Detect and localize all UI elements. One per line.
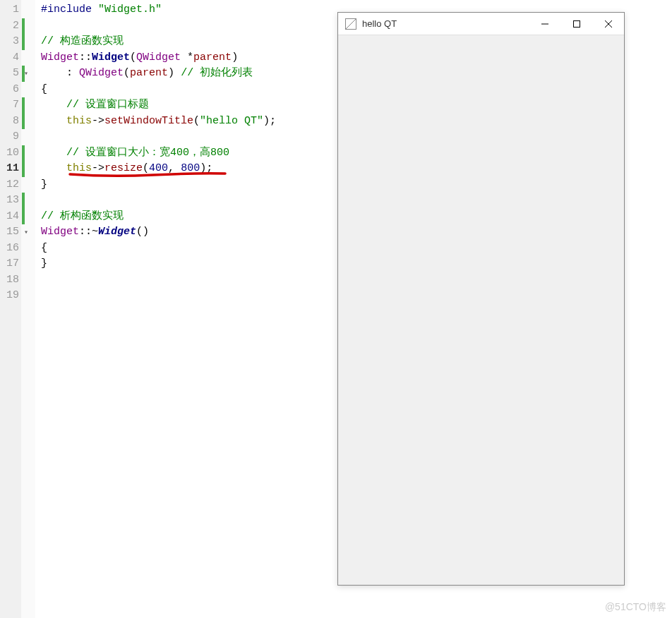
line-number: 3 [0, 34, 19, 50]
change-marker [22, 193, 25, 224]
line-number: 18 [0, 272, 19, 289]
code-line: #include "Widget.h" [41, 2, 328, 18]
code-line: // 设置窗口大小：宽400，高800 [41, 145, 328, 162]
app-window: hello QT [337, 12, 625, 586]
code-line [41, 288, 328, 304]
line-number: 15 [0, 224, 19, 241]
line-number: 6 [0, 82, 19, 98]
line-number: 11 [0, 161, 19, 177]
code-line: this->resize(400, 800); [41, 161, 328, 177]
change-marker [22, 145, 25, 177]
window-title: hello QT [362, 18, 529, 29]
code-line: Widget::Widget(QWidget *parent) [41, 50, 328, 66]
line-number: 8 [0, 114, 19, 130]
code-area[interactable]: #include "Widget.h" // 构造函数实现 Widget::Wi… [35, 0, 328, 618]
code-line: Widget::~Widget() [41, 224, 328, 241]
code-editor[interactable]: 12345678910111213141516171819 ▾▾ #includ… [0, 0, 328, 618]
code-line: { [41, 82, 328, 98]
maximize-button[interactable] [560, 13, 592, 35]
code-line [41, 18, 328, 35]
watermark: @51CTO博客 [605, 601, 666, 614]
line-number: 13 [0, 193, 19, 209]
code-line: : QWidget(parent) // 初始化列表 [41, 66, 328, 82]
window-controls [529, 13, 624, 35]
minimize-button[interactable] [529, 13, 560, 35]
close-button[interactable] [592, 13, 624, 35]
code-line [41, 272, 328, 289]
line-number: 4 [0, 50, 19, 66]
line-number: 7 [0, 97, 19, 114]
code-line: } [41, 177, 328, 193]
line-number: 16 [0, 241, 19, 257]
line-number: 14 [0, 209, 19, 225]
change-marker [22, 97, 25, 129]
line-number-gutter: 12345678910111213141516171819 [0, 0, 21, 618]
fold-bar: ▾▾ [21, 0, 35, 618]
line-number: 19 [0, 288, 19, 304]
line-number: 17 [0, 256, 19, 272]
change-marker [22, 66, 25, 82]
code-line [41, 193, 328, 209]
code-line: // 析构函数实现 [41, 209, 328, 225]
code-line: { [41, 241, 328, 257]
app-icon [345, 18, 356, 30]
svg-rect-1 [573, 20, 580, 27]
code-line: // 构造函数实现 [41, 34, 328, 50]
code-line: } [41, 256, 328, 272]
window-body [338, 35, 624, 585]
fold-toggle-icon[interactable]: ▾ [24, 228, 28, 236]
line-number: 9 [0, 129, 19, 145]
code-line: this->setWindowTitle("hello QT"); [41, 114, 328, 130]
line-number: 2 [0, 18, 19, 35]
line-number: 1 [0, 2, 19, 18]
code-line [41, 129, 328, 145]
line-number: 12 [0, 177, 19, 193]
window-titlebar[interactable]: hello QT [338, 13, 624, 35]
line-number: 10 [0, 145, 19, 162]
change-marker [22, 18, 25, 50]
code-line: // 设置窗口标题 [41, 97, 328, 114]
line-number: 5 [0, 66, 19, 82]
